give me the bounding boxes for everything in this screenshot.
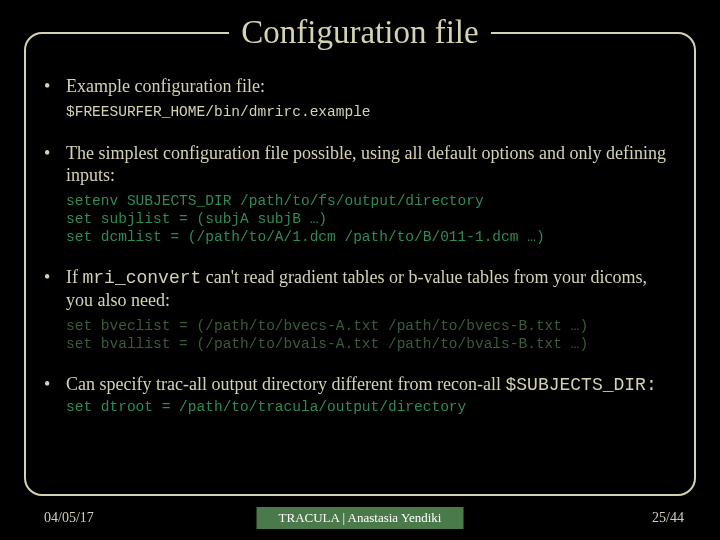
bullet-text-main: Can specify trac-all output directory di… — [66, 374, 506, 394]
slide-content: • Example configuration file: $FREESURFE… — [44, 75, 676, 482]
bullet-text: Can specify trac-all output directory di… — [66, 373, 676, 396]
bullet-dot-icon: • — [44, 266, 66, 288]
bullet-dot-icon: • — [44, 373, 66, 395]
bullet-item: • If mri_convert can't read gradient tab… — [44, 266, 676, 311]
bullet-text: Example configuration file: — [66, 75, 676, 97]
code-block: setenv SUBJECTS_DIR /path/to/fs/output/d… — [66, 192, 676, 246]
bullet-text: If mri_convert can't read gradient table… — [66, 266, 676, 311]
bullet-subline: $FREESURFER_HOME/bin/dmrirc.example — [66, 103, 676, 121]
slide-title: Configuration file — [241, 14, 478, 51]
bullet-dot-icon: • — [44, 142, 66, 164]
slide: Configuration file • Example configurati… — [0, 0, 720, 540]
bullet-item: • Can specify trac-all output directory … — [44, 373, 676, 396]
bullet-text-pre: If — [66, 267, 83, 287]
bullet-text: The simplest configuration file possible… — [66, 142, 676, 186]
inline-code: mri_convert — [83, 268, 202, 288]
code-block: set bveclist = (/path/to/bvecs-A.txt /pa… — [66, 317, 676, 353]
code-line: set dtroot = /path/to/tracula/output/dir… — [66, 398, 676, 416]
bullet-item: • Example configuration file: — [44, 75, 676, 97]
footer-date: 04/05/17 — [44, 510, 94, 526]
footer-page-number: 25/44 — [652, 510, 684, 526]
title-wrap: Configuration file — [0, 14, 720, 51]
footer-title: TRACULA | Anastasia Yendiki — [257, 507, 464, 529]
slide-footer: 04/05/17 TRACULA | Anastasia Yendiki 25/… — [0, 506, 720, 530]
inline-code: $SUBJECTS_DIR: — [506, 375, 657, 395]
bullet-dot-icon: • — [44, 75, 66, 97]
bullet-item: • The simplest configuration file possib… — [44, 142, 676, 186]
